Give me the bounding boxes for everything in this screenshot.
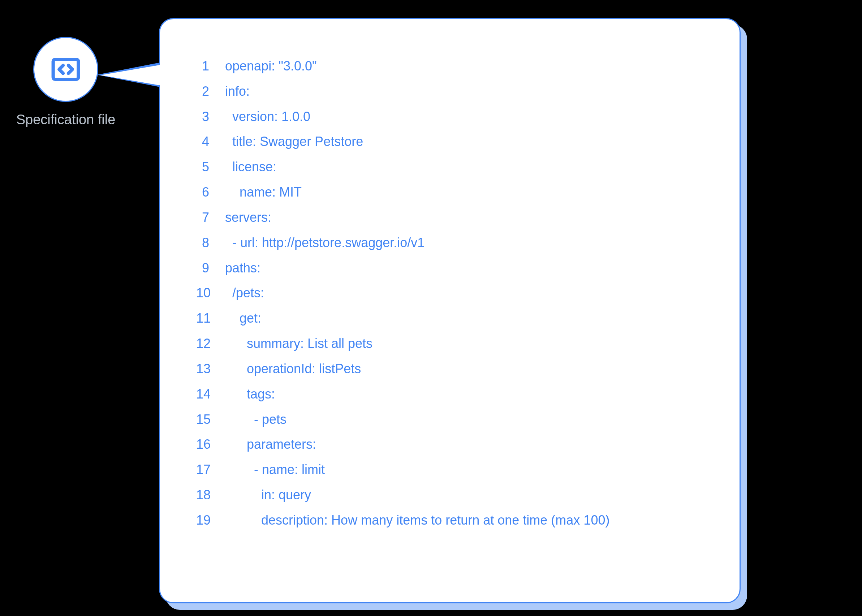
line-text: openapi: "3.0.0" [225,53,718,79]
line-text: info: [225,79,718,104]
line-text: - pets [225,407,718,432]
code-line: 17 - name: limit [196,457,718,482]
line-text: in: query [225,482,718,508]
line-number: 12 [196,331,225,356]
line-text: paths: [225,255,718,281]
code-line: 14 tags: [196,382,718,407]
line-text: - url: http://petstore.swagger.io/v1 [225,230,718,255]
line-number: 3 [196,104,225,129]
spec-file-label: Specification file [7,112,124,127]
line-text: summary: List all pets [225,331,718,356]
line-text: - name: limit [225,457,718,482]
code-line: 1openapi: "3.0.0" [196,53,718,79]
line-text: /pets: [225,280,718,306]
code-line: 7servers: [196,205,718,230]
line-number: 8 [196,230,225,255]
line-number: 9 [196,255,225,281]
code-line: 2info: [196,79,718,104]
code-line: 16 parameters: [196,432,718,457]
svg-rect-0 [53,60,79,80]
code-line: 13 operationId: listPets [196,356,718,382]
line-number: 1 [196,53,225,79]
code-line: 9paths: [196,255,718,281]
line-text: servers: [225,205,718,230]
line-text: description: How many items to return at… [225,508,718,533]
code-panel: 1openapi: "3.0.0"2info:3 version: 1.0.04… [159,18,741,603]
line-text: license: [225,154,718,179]
line-text: get: [225,306,718,331]
line-number: 5 [196,154,225,179]
code-line: 10 /pets: [196,280,718,306]
line-number: 17 [196,457,225,482]
line-text: tags: [225,382,718,407]
code-line: 11 get: [196,306,718,331]
spec-file-icon-badge [33,37,98,102]
line-number: 16 [196,432,225,457]
code-line: 19 description: How many items to return… [196,508,718,533]
line-number: 10 [196,280,225,306]
code-line: 5 license: [196,154,718,179]
line-number: 19 [196,508,225,533]
line-number: 18 [196,482,225,508]
code-line: 15 - pets [196,407,718,432]
line-number: 15 [196,407,225,432]
code-line: 18 in: query [196,482,718,508]
code-line: 6 name: MIT [196,179,718,205]
line-number: 7 [196,205,225,230]
code-line: 4 title: Swagger Petstore [196,129,718,154]
speech-bubble-tail-fill [100,64,164,86]
line-text: operationId: listPets [225,356,718,382]
code-listing: 1openapi: "3.0.0"2info:3 version: 1.0.04… [196,53,718,533]
code-line: 3 version: 1.0.0 [196,104,718,129]
line-number: 2 [196,79,225,104]
line-text: title: Swagger Petstore [225,129,718,154]
line-text: version: 1.0.0 [225,104,718,129]
line-number: 4 [196,129,225,154]
line-number: 11 [196,306,225,331]
line-number: 6 [196,179,225,205]
code-line: 12 summary: List all pets [196,331,718,356]
code-brackets-icon [50,53,82,85]
line-text: parameters: [225,432,718,457]
line-number: 14 [196,382,225,407]
line-text: name: MIT [225,179,718,205]
line-number: 13 [196,356,225,382]
code-line: 8 - url: http://petstore.swagger.io/v1 [196,230,718,255]
